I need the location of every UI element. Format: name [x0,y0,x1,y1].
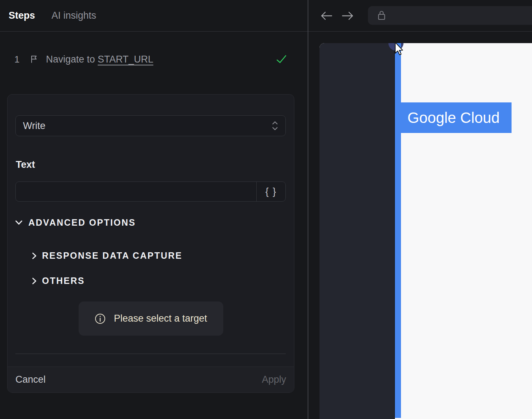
steps-panel: Steps AI insights 1 Navigate to START_UR… [0,0,308,419]
chevron-right-icon [32,277,37,285]
notice-text: Please select a target [114,313,207,324]
action-select-value: Write [23,120,46,132]
highlight-stripe [395,43,401,418]
tab-ai-insights[interactable]: AI insights [52,10,97,21]
select-target-notice: Please select a target [79,301,223,336]
response-data-capture-toggle[interactable]: RESPONSE DATA CAPTURE [32,250,182,261]
url-bar[interactable] [368,6,532,25]
apply-button[interactable]: Apply [262,374,286,385]
browser-viewport: Google Cloud [319,43,532,419]
google-cloud-logo-text: Google Cloud [407,109,500,126]
step-item-1[interactable]: 1 Navigate to START_URL [14,50,286,69]
left-tab-bar: Steps AI insights [0,0,308,32]
variables-braces-button[interactable]: { } [256,182,285,201]
step-title: Navigate to START_URL [46,54,153,65]
browser-toolbar [308,0,532,32]
start-url-link[interactable]: START_URL [98,54,153,65]
text-field-label: Text [16,159,35,170]
text-value-input[interactable] [16,182,256,201]
forward-arrow-icon [341,11,354,20]
advanced-options-label: ADVANCED OPTIONS [28,217,136,228]
cancel-button[interactable]: Cancel [15,374,46,385]
back-arrow-icon [321,11,333,20]
response-data-capture-label: RESPONSE DATA CAPTURE [42,250,182,261]
editor-footer: Cancel Apply [8,367,294,392]
info-icon [95,313,106,324]
text-input-group: { } [15,181,286,202]
others-toggle[interactable]: OTHERS [32,276,85,286]
step-number: 1 [14,54,24,65]
back-button[interactable] [321,11,333,20]
others-label: OTHERS [42,276,85,286]
lock-icon [377,10,386,21]
cursor-pointer-icon [395,43,404,56]
google-cloud-logo[interactable]: Google Cloud [401,102,512,133]
chevron-down-icon [15,220,23,225]
tab-steps[interactable]: Steps [9,10,35,21]
braces-icon: { } [265,186,277,197]
page-sidebar-region [319,43,395,419]
flag-icon [29,55,39,64]
chevron-right-icon [32,252,37,259]
check-icon [276,55,286,64]
advanced-options-toggle[interactable]: ADVANCED OPTIONS [15,217,136,228]
browser-panel: Google Cloud [308,0,532,419]
step-editor-card: Write Text { } [7,94,294,393]
chevron-updown-icon [272,120,278,131]
action-type-select[interactable]: Write [15,115,286,136]
forward-button[interactable] [341,11,354,20]
automation-builder-app: Steps AI insights 1 Navigate to START_UR… [0,0,532,419]
footer-divider [15,354,286,354]
